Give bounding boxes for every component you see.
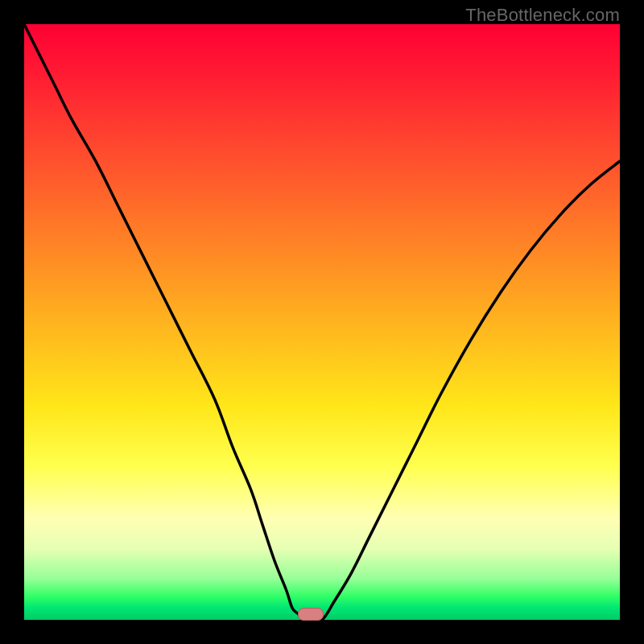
chart-container: TheBottleneck.com [0, 0, 644, 644]
bottleneck-curve [24, 24, 620, 620]
watermark-text: TheBottleneck.com [465, 5, 620, 26]
minimum-marker [298, 608, 324, 621]
